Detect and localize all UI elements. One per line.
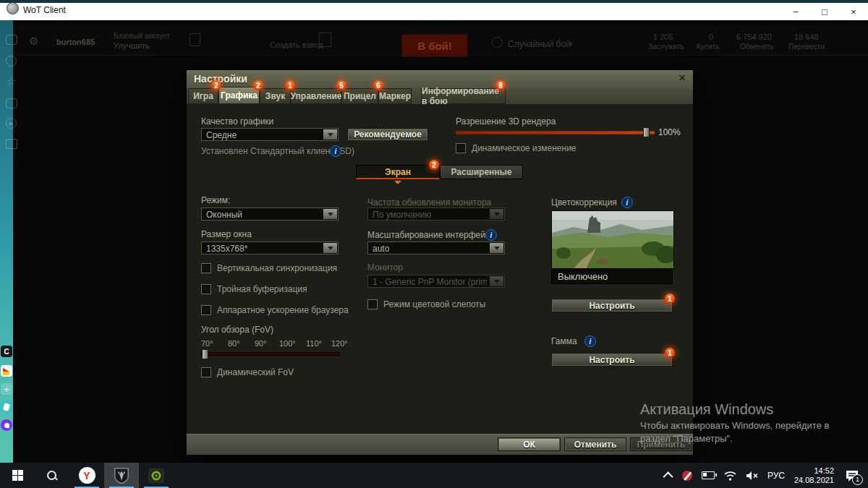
subtab-advanced[interactable]: Расширенные: [440, 165, 523, 179]
dynamic-fov-checkbox[interactable]: Динамический FoV: [201, 367, 294, 377]
render3d-value: 100%: [658, 127, 681, 137]
tab-battle-notifications[interactable]: Информирование в бою: [421, 88, 506, 104]
subtab-screen[interactable]: Экран: [356, 165, 440, 179]
wifi-icon[interactable]: [724, 471, 736, 481]
game-create-platoon[interactable]: Создать взвод: [270, 40, 323, 49]
yandex-browser-desktop-icon[interactable]: [1, 365, 12, 377]
clock-icon[interactable]: ·: [5, 55, 17, 67]
color-correction-status: Выключено: [552, 271, 608, 282]
dropdown-arrow-icon[interactable]: [323, 243, 337, 253]
color-correction-info-icon[interactable]: i: [621, 197, 633, 208]
color-correction-configure-button[interactable]: Настроить: [551, 299, 673, 312]
color-correction-status-bar: Выключено: [551, 268, 673, 284]
render3d-slider-handle[interactable]: [643, 127, 650, 137]
game-upgrade-link[interactable]: Улучшить: [114, 41, 150, 50]
fov-slider[interactable]: [201, 352, 340, 356]
dropdown-arrow-icon[interactable]: [490, 243, 503, 253]
document-icon[interactable]: [5, 137, 17, 150]
volume-muted-icon[interactable]: [746, 471, 758, 481]
currency-action[interactable]: Заслужить: [648, 43, 684, 51]
game-shop-bag-icon[interactable]: [190, 33, 200, 46]
tab-game[interactable]: Игра: [188, 88, 218, 104]
ui-scaling-info-icon[interactable]: i: [485, 229, 497, 241]
color-correction-label: Цветокоррекция: [551, 197, 617, 207]
c-app-icon[interactable]: C: [1, 346, 12, 357]
nvidia-icon: [148, 468, 164, 484]
windows-logo-icon: [12, 470, 23, 481]
battery-icon[interactable]: [702, 471, 715, 479]
game-platoon-shield-icon: [319, 33, 331, 47]
currency-action[interactable]: Купить: [697, 43, 720, 51]
mode-dropdown[interactable]: Оконный: [201, 207, 339, 221]
client-note-info-icon[interactable]: i: [330, 145, 341, 157]
tab-graphics[interactable]: Графика: [218, 87, 260, 104]
checkbox-box[interactable]: [201, 305, 211, 315]
battle-button[interactable]: В бой!: [401, 34, 468, 57]
currency-action[interactable]: Обменять: [740, 43, 773, 51]
quality-dropdown[interactable]: Средне: [201, 128, 339, 141]
gamma-info-icon[interactable]: i: [584, 335, 596, 347]
language-indicator[interactable]: РУС: [767, 471, 785, 481]
colorblind-mode-checkbox[interactable]: Режим цветовой слепоты: [367, 299, 485, 309]
currency-value: 6 754 920: [736, 33, 772, 41]
minimize-button[interactable]: −: [781, 3, 810, 20]
notes-icon[interactable]: [5, 97, 17, 109]
landscape-preview-image: [552, 211, 673, 269]
taskbar-search-button[interactable]: [35, 463, 69, 488]
currency-action[interactable]: Перевести: [788, 43, 825, 51]
hardware-acceleration-checkbox[interactable]: Аппаратное ускорение браузера: [201, 305, 349, 315]
video-icon[interactable]: ▶: [5, 117, 17, 129]
battle-mode-select[interactable]: Случайный бой: [508, 39, 571, 49]
tab-marker[interactable]: Маркер: [378, 88, 412, 104]
purple-app-icon[interactable]: [1, 419, 12, 431]
dynamic-resolution-checkbox[interactable]: Динамическое изменение: [456, 143, 576, 153]
taskbar-yandex-browser[interactable]: Y: [69, 463, 104, 488]
tab-game-badge: 2: [211, 80, 221, 90]
checkbox-box[interactable]: [201, 284, 211, 294]
fov-tick: 120°: [331, 339, 348, 348]
tray-security-icon[interactable]: [682, 471, 692, 481]
dropdown-arrow-icon[interactable]: [323, 129, 337, 140]
checkbox-box[interactable]: [367, 299, 378, 309]
render3d-slider[interactable]: [456, 131, 655, 134]
checkbox-box[interactable]: [201, 367, 211, 377]
window-size-dropdown[interactable]: 1335x768*: [201, 241, 339, 254]
tab-sound[interactable]: Звук: [260, 88, 291, 104]
close-window-button[interactable]: ×: [839, 3, 868, 20]
vsync-checkbox[interactable]: Вертикальная синхронизация: [201, 263, 337, 273]
game-settings-gear-icon[interactable]: ⚙: [29, 35, 38, 48]
ui-scaling-dropdown[interactable]: auto: [367, 241, 505, 254]
notification-center-icon[interactable]: 1: [843, 468, 861, 484]
taskbar-wot-client[interactable]: [104, 463, 139, 488]
window-titlebar[interactable]: WoT Client − □ ×: [0, 3, 868, 20]
dropdown-arrow-icon[interactable]: [323, 209, 337, 219]
teal-app-icon[interactable]: [1, 401, 12, 413]
ok-button[interactable]: ОК: [498, 437, 561, 451]
tab-reticle[interactable]: Прицел: [341, 88, 378, 104]
cancel-button[interactable]: Отменить: [564, 437, 626, 451]
plus-desktop-icon[interactable]: +: [1, 383, 12, 395]
fov-slider-handle[interactable]: [202, 349, 208, 359]
tab-graphics-badge: 2: [253, 80, 263, 90]
taskbar: Y: [0, 463, 868, 488]
checkbox-box[interactable]: [201, 263, 211, 273]
subtab-screen-badge: 2: [429, 160, 439, 170]
gamma-configure-button[interactable]: Настроить: [551, 353, 673, 367]
star-icon[interactable]: ☆: [5, 75, 17, 87]
maximize-button[interactable]: □: [810, 3, 839, 20]
checkbox-box[interactable]: [456, 143, 466, 153]
game-username[interactable]: burton685: [56, 38, 95, 46]
taskbar-clock[interactable]: 14:52 24.08.2021: [794, 466, 834, 485]
tray-chevron-up-icon[interactable]: [665, 472, 673, 479]
settings-dialog: Настройки × Игра Графика Звук Управление…: [187, 70, 693, 454]
settings-close-button[interactable]: ×: [676, 72, 689, 85]
recommended-button[interactable]: Рекомендуемое: [347, 128, 428, 141]
chat-icon[interactable]: [5, 33, 17, 46]
tab-controls[interactable]: Управление: [291, 88, 341, 104]
triple-buffering-checkbox[interactable]: Тройная буферизация: [201, 284, 307, 294]
currency-value: 18 648: [794, 33, 819, 41]
monitor-dropdown: 1 - Generic PnP Monitor (primary): [367, 275, 505, 288]
gamma-label: Гамма: [551, 336, 577, 346]
taskbar-nvidia-app[interactable]: [139, 463, 174, 488]
start-button[interactable]: [0, 463, 35, 488]
